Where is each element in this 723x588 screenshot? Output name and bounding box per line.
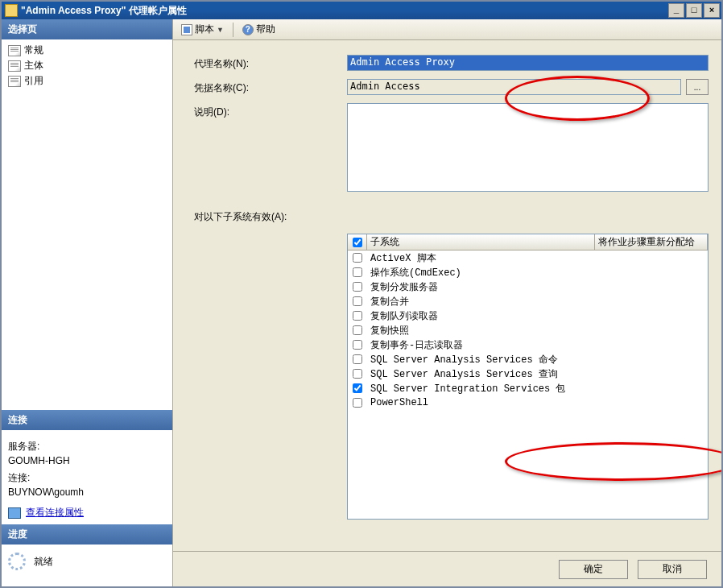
nav-label: 常规: [24, 43, 43, 57]
row-checkbox[interactable]: [353, 383, 362, 393]
nav-item-principals[interactable]: 主体: [6, 58, 167, 73]
row-checkbox-cell: [348, 340, 367, 350]
row-checkbox-cell: [348, 267, 367, 277]
select-all-checkbox[interactable]: [353, 238, 362, 247]
row-label: 操作系统(CmdExec): [367, 266, 595, 280]
toolbar-separator: [233, 23, 233, 37]
close-button[interactable]: ×: [704, 3, 720, 18]
row-label: 复制快照: [367, 324, 595, 337]
row-checkbox-cell: [348, 354, 367, 364]
spinner-icon: [8, 553, 26, 570]
view-connection-link[interactable]: 查看连接属性: [26, 506, 84, 520]
row-checkbox-cell: [348, 398, 367, 408]
proxy-name-label: 代理名称(N):: [194, 55, 347, 71]
nav-label: 主体: [24, 59, 43, 72]
row-checkbox[interactable]: [353, 398, 362, 408]
form-area: 代理名称(N): Admin Access Proxy 凭据名称(C): Adm…: [173, 40, 721, 551]
progress-status: 就绪: [34, 555, 53, 569]
credential-name-label: 凭据名称(C):: [194, 79, 347, 95]
dialog-body: 选择页 常规 主体 引用 连接 服务器: GOUMH-HGH: [2, 19, 721, 586]
grid-header-reassign[interactable]: 将作业步骤重新分配给: [595, 234, 708, 250]
progress-panel: 就绪: [2, 545, 172, 586]
table-row[interactable]: 复制合并: [348, 294, 708, 308]
conn-label: 连接:: [8, 471, 166, 485]
subsystems-grid: 子系统 将作业步骤重新分配给 ActiveX 脚本操作系统(CmdExec)复制…: [347, 234, 709, 520]
table-row[interactable]: SQL Server Analysis Services 查询: [348, 366, 708, 381]
browse-credential-button[interactable]: ...: [686, 79, 709, 95]
table-row[interactable]: 复制队列读取器: [348, 308, 708, 323]
row-checkbox[interactable]: [353, 340, 362, 350]
titlebar[interactable]: "Admin Access Proxy" 代理帐户属性 _ □ ×: [2, 2, 721, 19]
nav-item-references[interactable]: 引用: [6, 73, 167, 89]
grid-header-subsystem[interactable]: 子系统: [367, 234, 595, 250]
conn-value: BUYNOW\goumh: [8, 487, 166, 498]
row-checkbox-cell: [348, 253, 367, 263]
connection-icon: [8, 507, 21, 519]
cancel-button[interactable]: 取消: [638, 560, 707, 579]
row-checkbox[interactable]: [353, 282, 362, 292]
credential-name-input[interactable]: Admin Access: [347, 79, 681, 95]
table-row[interactable]: 复制分发服务器: [348, 280, 708, 294]
progress-header: 进度: [2, 524, 172, 545]
row-label: 复制分发服务器: [367, 280, 595, 294]
row-checkbox[interactable]: [353, 325, 362, 335]
script-button[interactable]: 脚本 ▼: [178, 21, 227, 38]
row-label: PowerShell: [367, 397, 595, 408]
table-row[interactable]: 操作系统(CmdExec): [348, 265, 708, 280]
row-checkbox[interactable]: [353, 296, 362, 306]
help-icon: ?: [242, 24, 254, 35]
table-row[interactable]: 复制快照: [348, 323, 708, 337]
row-checkbox[interactable]: [353, 311, 362, 321]
dialog-footer: 确定 取消: [173, 551, 721, 586]
row-checkbox-cell: [348, 325, 367, 335]
row-label: SQL Server Analysis Services 查询: [367, 367, 595, 381]
connection-header: 连接: [2, 410, 172, 430]
table-row[interactable]: 复制事务-日志读取器: [348, 337, 708, 352]
select-page-header: 选择页: [2, 19, 172, 39]
script-label: 脚本: [195, 23, 214, 36]
chevron-down-icon: ▼: [217, 26, 224, 34]
row-checkbox-cell: [348, 383, 367, 393]
minimize-button[interactable]: _: [668, 3, 684, 18]
ok-button[interactable]: 确定: [559, 560, 628, 579]
page-icon: [8, 45, 21, 56]
nav-item-general[interactable]: 常规: [6, 43, 167, 58]
row-label: SQL Server Analysis Services 命令: [367, 353, 595, 366]
proxy-name-input[interactable]: Admin Access Proxy: [347, 55, 709, 71]
row-label: 复制队列读取器: [367, 309, 595, 323]
row-label: 复制事务-日志读取器: [367, 338, 595, 352]
table-row[interactable]: SQL Server Integration Services 包: [348, 381, 708, 395]
nav-label: 引用: [24, 74, 43, 88]
active-subsystems-label: 对以下子系统有效(A):: [194, 210, 709, 224]
row-checkbox[interactable]: [353, 253, 362, 263]
dialog-window: "Admin Access Proxy" 代理帐户属性 _ □ × 选择页 常规…: [0, 0, 723, 588]
row-checkbox-cell: [348, 369, 367, 379]
grid-body: ActiveX 脚本操作系统(CmdExec)复制分发服务器复制合并复制队列读取…: [348, 251, 708, 410]
server-value: GOUMH-HGH: [8, 455, 166, 466]
table-row[interactable]: ActiveX 脚本: [348, 251, 708, 265]
page-icon: [8, 76, 21, 87]
table-row[interactable]: PowerShell: [348, 395, 708, 410]
row-checkbox[interactable]: [353, 369, 362, 379]
app-icon: [5, 4, 18, 17]
page-icon: [8, 60, 21, 72]
help-label: 帮助: [256, 23, 275, 36]
maximize-button[interactable]: □: [686, 3, 702, 18]
server-label: 服务器:: [8, 440, 166, 453]
grid-header-check[interactable]: [348, 234, 367, 250]
row-label: ActiveX 脚本: [367, 251, 595, 265]
description-input[interactable]: [347, 103, 709, 192]
row-checkbox[interactable]: [353, 267, 362, 277]
description-label: 说明(D):: [194, 103, 347, 119]
row-checkbox[interactable]: [353, 354, 362, 364]
table-row[interactable]: SQL Server Analysis Services 命令: [348, 352, 708, 366]
window-title: "Admin Access Proxy" 代理帐户属性: [21, 4, 187, 18]
row-checkbox-cell: [348, 296, 367, 306]
row-checkbox-cell: [348, 282, 367, 292]
help-button[interactable]: ? 帮助: [239, 21, 279, 38]
right-pane: 脚本 ▼ ? 帮助 代理名称(N): Admin Access Proxy: [173, 19, 721, 586]
row-label: SQL Server Integration Services 包: [367, 382, 595, 395]
row-label: 复制合并: [367, 295, 595, 308]
grid-header: 子系统 将作业步骤重新分配给: [348, 234, 708, 251]
nav-list: 常规 主体 引用: [2, 39, 172, 92]
